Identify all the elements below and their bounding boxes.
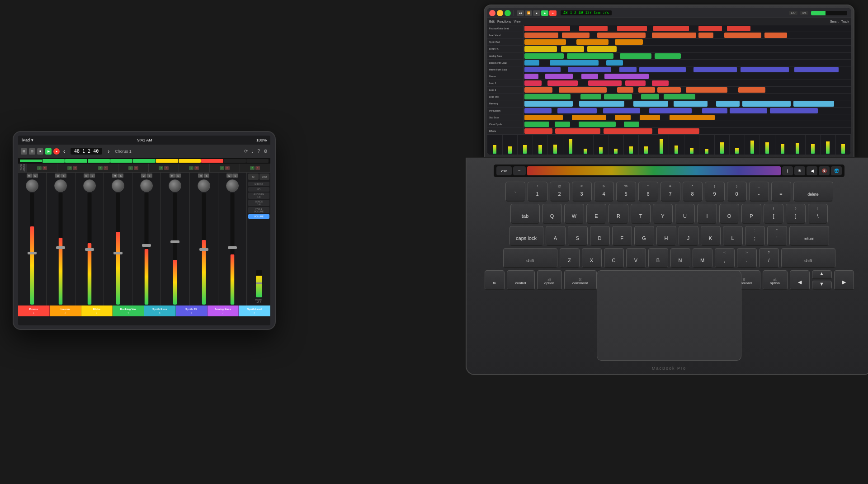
key-quote[interactable]: "'	[767, 226, 787, 246]
daw-block-12-3[interactable]	[633, 101, 668, 106]
daw-block-16-4[interactable]	[658, 128, 699, 134]
daw-block-10-4[interactable]	[638, 87, 655, 93]
daw-track-content-5[interactable]	[524, 53, 851, 59]
key-tilde[interactable]: ~`	[505, 182, 525, 202]
daw-block-16-2[interactable]	[555, 128, 600, 134]
ch-r-btn-5[interactable]: ↺	[159, 166, 163, 170]
daw-block-15-1[interactable]	[524, 122, 549, 127]
ch-m-5[interactable]: M	[141, 174, 146, 178]
ch-fader-thumb-7[interactable]	[199, 248, 208, 251]
daw-block-8-2[interactable]	[545, 74, 573, 79]
daw-block-10-1[interactable]	[524, 87, 552, 93]
daw-block-11-3[interactable]	[604, 94, 632, 99]
ch-m-3[interactable]: M	[84, 174, 89, 178]
key-e[interactable]: E	[586, 204, 606, 224]
sidebar-audio-fx[interactable]: AUDIO FX1-8	[248, 193, 269, 199]
daw-block-5-4[interactable]	[655, 53, 681, 59]
daw-signature[interactable]: 4/4	[800, 11, 808, 15]
daw-block-2-6[interactable]	[724, 33, 761, 38]
key-u[interactable]: U	[675, 204, 695, 224]
daw-block-4-2[interactable]	[561, 46, 584, 52]
daw-stop-btn[interactable]: ■	[533, 10, 540, 16]
ch-fader-thumb-5[interactable]	[142, 244, 151, 247]
ch-knob-7[interactable]	[198, 179, 210, 192]
key-q[interactable]: Q	[542, 204, 562, 224]
ch-r-btn-3[interactable]: ↺	[98, 166, 103, 170]
menu-snap[interactable]: Smart	[830, 20, 839, 23]
daw-track-content-2[interactable]	[524, 32, 851, 38]
daw-block-14-4[interactable]	[640, 115, 660, 120]
key-m[interactable]: M	[693, 248, 712, 268]
daw-block-12-7[interactable]	[793, 101, 834, 106]
key-f[interactable]: F	[612, 226, 632, 246]
key-c[interactable]: C	[604, 248, 624, 268]
key-minus[interactable]: _-	[749, 182, 769, 202]
key-shift-r[interactable]: shift	[781, 248, 835, 268]
ipad-metro-btn[interactable]: ♩	[251, 149, 254, 154]
daw-block-14-1[interactable]	[524, 115, 563, 120]
ch-knob-3[interactable]	[83, 179, 96, 192]
daw-block-7-3[interactable]	[619, 67, 637, 72]
ch-s-4[interactable]: S	[118, 174, 123, 178]
touch-bar-paren-btn[interactable]: (	[782, 166, 793, 175]
ipad-master-fader[interactable]	[256, 270, 262, 297]
ch-arm-btn-1[interactable]: R	[42, 166, 47, 170]
daw-block-11-5[interactable]	[664, 94, 695, 99]
key-o[interactable]: O	[719, 204, 739, 224]
daw-block-5-3[interactable]	[620, 53, 651, 59]
ipad-grid-btn[interactable]: ⊞	[21, 148, 27, 155]
sidebar-volume[interactable]: VOLUME	[248, 214, 269, 219]
ch-s-2[interactable]: S	[61, 174, 66, 178]
key-i[interactable]: I	[697, 204, 717, 224]
ch-m-7[interactable]: M	[198, 174, 203, 178]
daw-track-content-14[interactable]	[524, 114, 851, 121]
sidebar-sends[interactable]: SENDS1-4	[248, 200, 269, 206]
daw-track-content-16[interactable]	[524, 128, 851, 134]
key-j[interactable]: J	[679, 226, 698, 246]
ipad-help-btn[interactable]: ?	[257, 149, 260, 154]
ipad-stop-btn[interactable]: ■	[37, 148, 43, 155]
key-l[interactable]: L	[723, 226, 743, 246]
key-v[interactable]: V	[626, 248, 646, 268]
ipad-key-btn[interactable]: ⚙	[264, 149, 268, 154]
daw-block-9-3[interactable]	[588, 80, 622, 86]
daw-block-6-3[interactable]	[606, 60, 623, 66]
daw-block-10-3[interactable]	[617, 87, 633, 93]
ch-r-btn-1[interactable]: ↺	[37, 166, 42, 170]
ch-knob-8[interactable]	[226, 179, 239, 192]
key-bracket-r[interactable]: }]	[786, 204, 806, 224]
key-0[interactable]: )0	[727, 182, 747, 202]
menu-edit[interactable]: Edit	[489, 20, 495, 23]
touch-bar-siri-btn[interactable]: 🌐	[831, 166, 842, 175]
daw-block-1-4[interactable]	[653, 26, 689, 31]
menu-drag[interactable]: Track	[841, 20, 849, 23]
daw-block-2-3[interactable]	[597, 33, 646, 38]
ipad-grid2-btn[interactable]: ⊟	[29, 148, 35, 155]
key-cmd-l[interactable]: ⌘ command	[564, 270, 597, 290]
menu-view[interactable]: View	[514, 20, 520, 23]
ch-m-4[interactable]: M	[112, 174, 118, 178]
daw-block-2-4[interactable]	[652, 33, 696, 38]
key-return[interactable]: return	[789, 226, 829, 246]
daw-track-content-13[interactable]	[524, 108, 851, 114]
key-x[interactable]: X	[582, 248, 602, 268]
daw-block-1-6[interactable]	[727, 26, 750, 31]
ch-s-6[interactable]: S	[175, 174, 181, 178]
daw-block-13-3[interactable]	[603, 108, 640, 113]
ch-m-2[interactable]: M	[55, 174, 61, 178]
ch-s-5[interactable]: S	[147, 174, 152, 178]
daw-track-content-8[interactable]	[524, 73, 851, 80]
daw-block-8-1[interactable]	[524, 74, 538, 79]
key-semicolon[interactable]: :;	[745, 226, 765, 246]
key-2[interactable]: @2	[550, 182, 570, 202]
daw-track-content-11[interactable]	[524, 94, 851, 100]
key-g[interactable]: G	[634, 226, 654, 246]
key-p[interactable]: P	[741, 204, 761, 224]
ch-s-7[interactable]: S	[204, 174, 209, 178]
ipad-dim-btn[interactable]: DIM	[259, 174, 270, 180]
ch-m-8[interactable]: M	[226, 174, 232, 178]
daw-block-9-5[interactable]	[652, 80, 669, 86]
daw-block-12-6[interactable]	[742, 101, 791, 106]
daw-block-14-3[interactable]	[615, 115, 631, 120]
daw-block-1-3[interactable]	[617, 26, 647, 31]
